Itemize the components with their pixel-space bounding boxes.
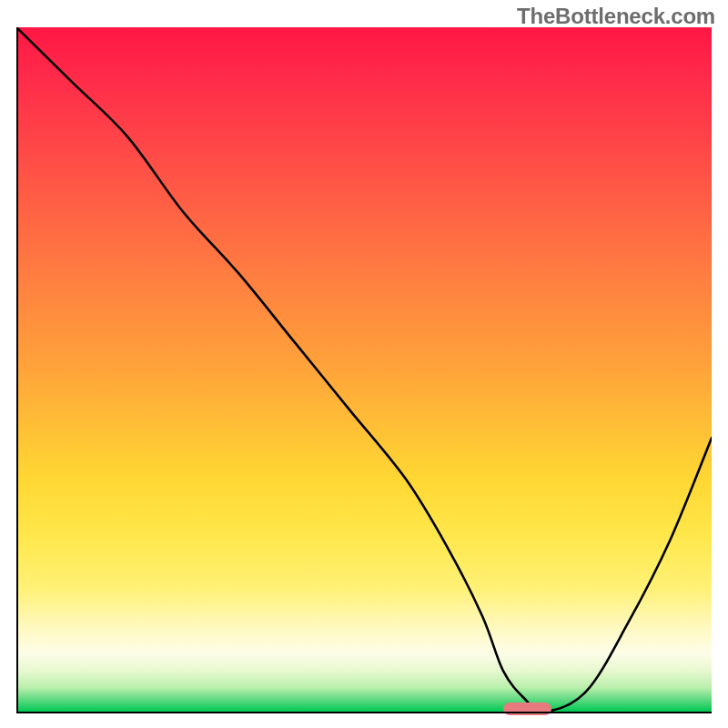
x-axis — [16, 712, 712, 713]
chart-container: TheBottleneck.com — [0, 0, 728, 728]
watermark-text: TheBottleneck.com — [517, 4, 715, 29]
plot-area — [16, 27, 712, 712]
y-axis — [16, 27, 18, 712]
curve-svg — [16, 27, 712, 712]
bottleneck-curve-path — [16, 27, 712, 712]
